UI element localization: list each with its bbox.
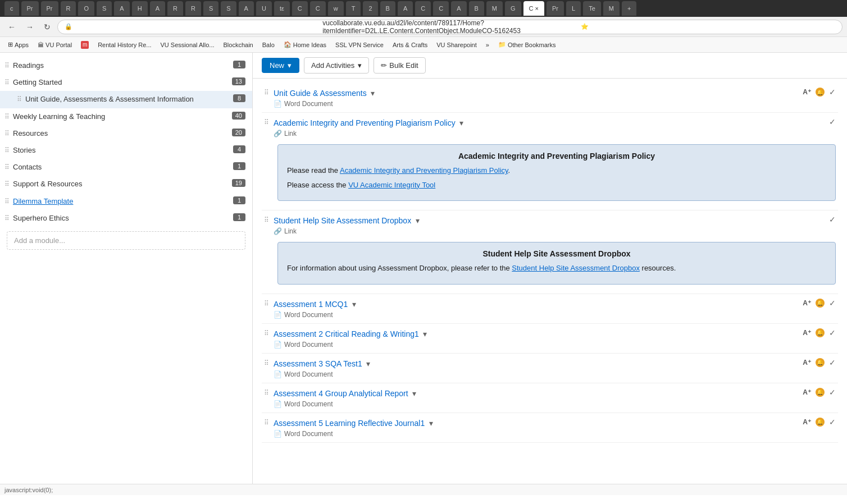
browser-tab-c[interactable]: c	[4, 1, 19, 16]
browser-tab-active[interactable]: C ×	[523, 1, 544, 16]
expand-button[interactable]: ▾	[413, 215, 422, 226]
sidebar-item-readings[interactable]: ⠿ Readings 1	[0, 57, 252, 74]
browser-tab-h[interactable]: H	[132, 1, 148, 16]
bookmark-sharepoint[interactable]: VU Sharepoint	[433, 40, 480, 49]
sidebar-item-unit-guide[interactable]: ⠿ Unit Guide, Assessments & Assessment I…	[0, 91, 252, 108]
add-module-input[interactable]: Add a module...	[7, 231, 245, 250]
bookmark-apps[interactable]: ⊞ Apps	[4, 40, 32, 49]
browser-tab-te2[interactable]: Te	[583, 1, 601, 16]
visibility-check-icon[interactable]: ✓	[829, 388, 836, 397]
browser-tab-r2[interactable]: R	[185, 1, 201, 16]
academic-integrity-link[interactable]: Academic Integrity and Preventing Plagia…	[340, 166, 508, 175]
browser-tab-plus[interactable]: +	[622, 1, 636, 16]
publish-status-icon[interactable]: 🔔	[816, 388, 825, 397]
browser-tab-o[interactable]: O	[78, 1, 94, 16]
bookmark-vu-sessional[interactable]: VU Sessional Allo...	[157, 40, 218, 49]
bookmark-m[interactable]: m	[78, 40, 92, 50]
bookmark-home-ideas[interactable]: 🏠 Home Ideas	[280, 40, 330, 49]
publish-status-icon[interactable]: 🔔	[816, 328, 825, 337]
content-item-title[interactable]: Assessment 1 MCQ1	[274, 300, 348, 309]
browser-tab-pr2[interactable]: Pr	[41, 1, 58, 16]
reload-button[interactable]: ↻	[40, 20, 54, 34]
bookmark-blockchain[interactable]: Blockchain	[220, 40, 257, 49]
bookmark-more[interactable]: »	[482, 40, 493, 49]
bookmark-rental[interactable]: Rental History Re...	[94, 40, 154, 49]
browser-tab-c5[interactable]: C	[433, 1, 449, 16]
back-button[interactable]: ←	[4, 20, 19, 34]
browser-tab-s2[interactable]: S	[203, 1, 218, 16]
content-item-title[interactable]: Unit Guide & Assessments	[274, 89, 367, 98]
browser-tab-a5[interactable]: A	[451, 1, 466, 16]
add-restriction-icon[interactable]: A⁺	[803, 88, 811, 96]
expand-button[interactable]: ▾	[368, 88, 377, 99]
browser-tab-a2[interactable]: A	[150, 1, 165, 16]
visibility-check-icon[interactable]: ✓	[829, 358, 836, 367]
student-help-link[interactable]: Student Help Site Assessment Dropbox	[512, 264, 640, 272]
publish-status-icon[interactable]: 🔔	[816, 358, 825, 367]
browser-tab-c4[interactable]: C	[415, 1, 431, 16]
browser-tab-a3[interactable]: A	[239, 1, 254, 16]
visibility-check-icon[interactable]: ✓	[829, 328, 836, 337]
new-button[interactable]: New ▾	[262, 58, 299, 73]
publish-status-icon[interactable]: 🔔	[816, 299, 825, 308]
publish-status-icon[interactable]: 🔔	[816, 418, 825, 427]
browser-tab-l[interactable]: L	[566, 1, 581, 16]
bulk-edit-button[interactable]: ✏ Bulk Edit	[374, 57, 425, 74]
sidebar-item-stories[interactable]: ⠿ Stories 4	[0, 142, 252, 159]
content-item-title[interactable]: Assessment 2 Critical Reading & Writing1	[274, 329, 419, 338]
expand-button[interactable]: ▾	[410, 388, 418, 399]
content-item-title[interactable]: Assessment 5 Learning Reflective Journal…	[274, 419, 425, 428]
browser-tab-a4[interactable]: A	[398, 1, 413, 16]
sidebar-item-dilemma[interactable]: ⠿ Dilemma Template 1	[0, 193, 252, 210]
visibility-check-icon[interactable]: ✓	[829, 117, 836, 126]
vu-integrity-tool-link[interactable]: VU Academic Integrity Tool	[348, 181, 435, 189]
browser-tab-m2[interactable]: M	[603, 1, 620, 16]
address-bar[interactable]: 🔒 vucollaborate.vu.edu.au/d2l/le/content…	[57, 20, 843, 34]
expand-button[interactable]: ▾	[364, 358, 372, 369]
browser-tab-b2[interactable]: B	[469, 1, 484, 16]
sidebar-item-weekly-learning[interactable]: ⠿ Weekly Learning & Teaching 40	[0, 108, 252, 125]
browser-tab-r[interactable]: R	[167, 1, 183, 16]
add-activities-button[interactable]: Add Activities ▾	[304, 57, 369, 74]
bookmark-arts[interactable]: Arts & Crafts	[389, 40, 431, 49]
sidebar-item-getting-started[interactable]: ⠿ Getting Started 13	[0, 74, 252, 91]
visibility-check-icon[interactable]: ✓	[829, 299, 836, 308]
add-restriction-icon[interactable]: A⁺	[803, 388, 811, 396]
browser-tab-c2[interactable]: C	[292, 1, 308, 16]
browser-tab-pr1[interactable]: Pr	[21, 1, 39, 16]
browser-tab-a1[interactable]: A	[114, 1, 129, 16]
content-item-title[interactable]: Student Help Site Assessment Dropbox	[274, 216, 411, 225]
content-item-title[interactable]: Assessment 4 Group Analytical Report	[274, 389, 408, 398]
add-restriction-icon[interactable]: A⁺	[803, 299, 811, 307]
browser-tab-s[interactable]: S	[97, 1, 112, 16]
dilemma-template-link[interactable]: Dilemma Template	[13, 197, 73, 205]
browser-tab-w[interactable]: w	[328, 1, 344, 16]
browser-tab-s3[interactable]: S	[221, 1, 236, 16]
add-restriction-icon[interactable]: A⁺	[803, 418, 811, 426]
browser-tab-u[interactable]: U	[256, 1, 272, 16]
add-restriction-icon[interactable]: A⁺	[803, 359, 811, 366]
visibility-check-icon[interactable]: ✓	[829, 418, 836, 427]
browser-tab-m[interactable]: M	[486, 1, 503, 16]
browser-tab-c3[interactable]: C	[310, 1, 326, 16]
browser-tab-t[interactable]: T	[346, 1, 361, 16]
browser-tab-b[interactable]: B	[380, 1, 395, 16]
sidebar-item-support[interactable]: ⠿ Support & Resources 19	[0, 176, 252, 193]
visibility-check-icon[interactable]: ✓	[829, 215, 836, 224]
browser-tab-g[interactable]: G	[505, 1, 521, 16]
visibility-check-icon[interactable]: ✓	[829, 88, 836, 97]
browser-tab-pr3[interactable]: Pr	[547, 1, 564, 16]
expand-button[interactable]: ▾	[350, 299, 358, 310]
sidebar-item-resources[interactable]: ⠿ Resources 20	[0, 125, 252, 142]
bookmark-ssl-vpn[interactable]: SSL VPN Service	[332, 40, 387, 49]
content-item-title[interactable]: Academic Integrity and Preventing Plagia…	[274, 118, 456, 127]
browser-tab-2[interactable]: 2	[363, 1, 377, 16]
bookmark-balo[interactable]: Balo	[259, 40, 278, 49]
content-item-title[interactable]: Assessment 3 SQA Test1	[274, 359, 362, 368]
expand-button[interactable]: ▾	[421, 328, 429, 340]
add-restriction-icon[interactable]: A⁺	[803, 329, 811, 337]
browser-tab-r[interactable]: R	[61, 1, 76, 16]
expand-button[interactable]: ▾	[427, 418, 435, 429]
publish-status-icon[interactable]: 🔔	[816, 88, 825, 97]
forward-button[interactable]: →	[22, 20, 37, 34]
